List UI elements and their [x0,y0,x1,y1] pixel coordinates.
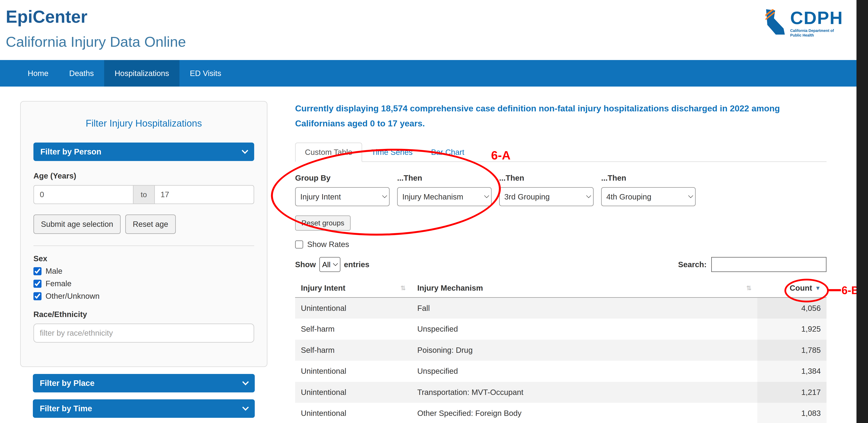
male-checkbox-label: Male [45,266,62,276]
then-2-select[interactable]: Injury Mechanism [397,187,492,206]
race-ethnicity-label: Race/Ethnicity [33,310,254,319]
entries-label: entries [344,260,369,269]
injury-intent-cell: Self-harm [295,318,411,340]
filter-by-person-label: Filter by Person [40,147,101,157]
chevron-down-icon [242,379,249,385]
other-unknown-checkbox-label: Other/Unknown [45,292,99,301]
injury-mechanism-header-label: Injury Mechanism [417,284,483,292]
sex-label: Sex [33,254,254,263]
injury-mechanism-cell: Unspecified [411,318,757,340]
sort-icon: ⇅ [746,284,751,292]
table-controls: Show All entries Search: [295,257,827,272]
column-header-injury-intent[interactable]: Injury Intent ⇅ [295,279,411,298]
then-4-select[interactable]: 4th Grouping [601,187,696,206]
sex-option-female[interactable]: Female [33,279,254,288]
length-control: Show All entries [295,257,369,272]
status-message: Currently displaying 18,574 comprehensiv… [295,101,827,131]
filter-by-time-label: Filter by Time [40,404,92,413]
sex-option-other-unknown[interactable]: Other/Unknown [33,292,254,301]
nav-item-hospitalizations[interactable]: Hospitalizations [104,60,180,87]
table-row: Self-harm Poisoning: Drug 1,785 [295,340,827,361]
show-rates-label: Show Rates [307,240,349,249]
filter-by-place-label: Filter by Place [40,378,95,388]
tab-custom-table[interactable]: Custom Table [295,143,362,162]
page: EpiCenter California Injury Data Online … [0,0,868,423]
count-cell: 1,384 [757,361,827,382]
injury-mechanism-cell: Fall [411,298,757,319]
count-cell: 1,785 [757,340,827,361]
show-rates-row[interactable]: Show Rates [295,240,827,249]
annotation-label-6a: 6-A [491,148,510,162]
submit-age-button[interactable]: Submit age selection [33,215,121,234]
column-header-count[interactable]: Count ▼ [757,279,827,298]
tab-bar-chart[interactable]: Bar Chart [422,143,473,161]
table-row: Unintentional Transportation: MVT-Occupa… [295,382,827,403]
grouping-column-4: ...Then 4th Grouping [601,173,696,206]
divider [33,246,254,246]
then-3-select[interactable]: 3rd Grouping [499,187,594,206]
then-4-label: ...Then [601,173,696,182]
cdph-acronym: CDPH [790,9,843,27]
nav-item-home[interactable]: Home [17,60,59,87]
table-row: Self-harm Unspecified 1,925 [295,318,827,340]
cdph-logo: CDPH California Department of Public Hea… [766,9,843,37]
table-header-row: Injury Intent ⇅ Injury Mechanism ⇅ Count [295,279,827,298]
sex-option-male[interactable]: Male [33,266,254,276]
count-cell: 1,925 [757,318,827,340]
entries-select[interactable]: All [319,257,340,272]
tab-time-series[interactable]: Time Series [362,143,422,161]
age-max-input[interactable] [154,185,254,204]
app-subtitle: California Injury Data Online [6,33,186,50]
grouping-column-1: Group By Injury Intent [295,173,390,206]
male-checkbox[interactable] [33,267,41,275]
cdph-caption-line2: Public Health [790,33,814,37]
grouping-column-3: ...Then 3rd Grouping [499,173,594,206]
show-label: Show [295,260,316,269]
filter-by-place-header[interactable]: Filter by Place [33,374,255,392]
female-checkbox-label: Female [45,279,71,288]
results-table: Injury Intent ⇅ Injury Mechanism ⇅ Count [295,279,827,423]
nav-item-ed-visits[interactable]: ED Visits [180,60,232,87]
group-by-select[interactable]: Injury Intent [295,187,390,206]
age-label: Age (Years) [33,171,254,180]
show-rates-checkbox[interactable] [295,241,303,249]
injury-intent-cell: Self-harm [295,340,411,361]
table-row: Unintentional Other Specified: Foreign B… [295,403,827,423]
injury-mechanism-cell: Other Specified: Foreign Body [411,403,757,423]
filter-panel: Filter Injury Hospitalizations Filter by… [20,101,268,367]
annotation-line-6b [828,289,841,291]
injury-intent-cell: Unintentional [295,298,411,319]
filter-panel-title: Filter Injury Hospitalizations [33,118,254,129]
age-to-label: to [133,185,154,204]
filter-by-time-header[interactable]: Filter by Time [33,399,255,418]
nav-item-deaths[interactable]: Deaths [59,60,104,87]
cdph-logo-text: CDPH California Department of Public Hea… [790,9,843,37]
reset-groups-button[interactable]: Reset groups [295,216,351,231]
injury-mechanism-cell: Unspecified [411,361,757,382]
cdph-caption-line1: California Department of [790,28,834,33]
injury-intent-cell: Unintentional [295,382,411,403]
injury-intent-cell: Unintentional [295,361,411,382]
search-control: Search: [678,257,827,272]
group-by-label: Group By [295,173,390,182]
column-header-injury-mechanism[interactable]: Injury Mechanism ⇅ [411,279,757,298]
injury-intent-cell: Unintentional [295,403,411,423]
filter-by-person-body: Age (Years) to Submit age selection Rese… [33,171,254,343]
age-input-group: to [33,185,254,204]
count-cell: 1,217 [757,382,827,403]
other-unknown-checkbox[interactable] [33,292,41,300]
female-checkbox[interactable] [33,280,41,288]
filter-by-person-header[interactable]: Filter by Person [33,143,254,161]
injury-mechanism-cell: Poisoning: Drug [411,340,757,361]
reset-age-button[interactable]: Reset age [125,215,176,234]
search-input[interactable] [711,257,827,272]
chevron-down-icon [242,147,248,154]
cdph-caption: California Department of Public Health [790,28,843,37]
count-header-label: Count [789,284,812,292]
sort-desc-icon: ▼ [815,285,821,291]
table-row: Unintentional Fall 4,056 [295,298,827,319]
race-ethnicity-input[interactable] [33,323,254,343]
age-min-input[interactable] [33,185,133,204]
california-state-icon [766,9,787,36]
main-content: Currently displaying 18,574 comprehensiv… [295,101,827,423]
